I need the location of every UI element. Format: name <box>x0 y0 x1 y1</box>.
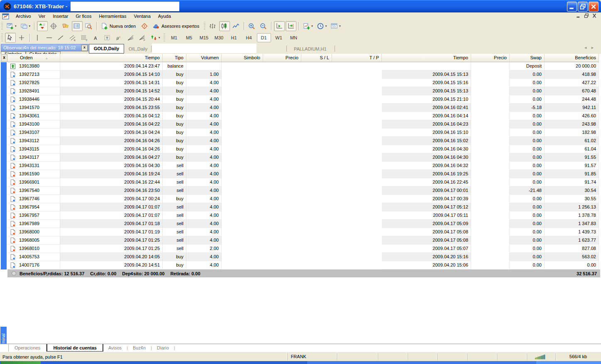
templates-button[interactable]: ▾ <box>329 21 342 31</box>
trend-line-button[interactable] <box>56 33 66 43</box>
menu-insertar[interactable]: Insertar <box>49 13 72 19</box>
history-row[interactable]: 140071762009.04.20 14:51buy4.002009.04.2… <box>7 261 599 269</box>
history-row[interactable]: 140057532009.04.20 14:05buy4.002009.04.2… <box>7 253 599 261</box>
close-button[interactable] <box>589 2 599 12</box>
mdi-close-button[interactable] <box>591 13 598 19</box>
menu-grficos[interactable]: Gr ficos <box>72 13 95 19</box>
scroll-right-icon[interactable]: ► <box>591 46 598 50</box>
periods-button[interactable]: ▾ <box>315 21 329 31</box>
history-row[interactable]: 139431152009.04.16 04:26buy4.002009.04.1… <box>7 145 599 153</box>
toolbar-grip[interactable] <box>164 34 165 42</box>
toolbar-grip[interactable] <box>204 22 205 30</box>
market-watch-title-bar[interactable]: Observaci¢n del mercado: 18:15:02 x <box>1 44 88 51</box>
scroll-left-icon[interactable]: ◄ <box>584 46 591 50</box>
bottom-tab-diario[interactable]: Diario <box>152 344 174 352</box>
indicators-button[interactable]: ▾ <box>301 21 315 31</box>
column-header-6[interactable]: S / L <box>301 54 332 62</box>
column-header-5[interactable]: Precio <box>263 54 301 62</box>
market-watch-tab-ticks[interactable]: Gr fico de ticks <box>26 51 61 54</box>
timeframe-mn[interactable]: MN <box>287 33 301 42</box>
history-row[interactable]: 139431072009.04.16 04:24buy4.002009.04.1… <box>7 129 599 137</box>
toolbar-grip[interactable] <box>1 34 3 42</box>
column-header-7[interactable]: T / P <box>332 54 382 62</box>
fib-fan-button[interactable]: F <box>137 33 148 43</box>
channel-button[interactable]: E <box>67 33 78 43</box>
tab-scroll-arrows[interactable]: ◄► <box>584 46 598 50</box>
history-row[interactable]: 139272132009.04.15 14:10buy1.002009.04.1… <box>7 70 599 79</box>
history-row[interactable]: 139284912009.04.15 14:52buy4.002009.04.1… <box>7 87 599 95</box>
history-row[interactable]: 139431312009.04.16 04:30sell4.002009.04.… <box>7 162 599 170</box>
timeframe-d1[interactable]: D1 <box>257 33 271 42</box>
history-row[interactable]: 139675402009.04.16 23:50sell4.002009.04.… <box>7 187 599 195</box>
bottom-tab-avisos[interactable]: Avisos <box>103 344 127 352</box>
alert-button[interactable]: ! <box>139 21 150 31</box>
column-header-4[interactable]: Simbolo <box>222 54 263 62</box>
toolbar-grip[interactable] <box>1 22 3 30</box>
menu-herramientas[interactable]: Herramientas <box>95 13 130 19</box>
history-row[interactable]: 139679892009.04.17 01:18sell4.002009.04.… <box>7 220 599 228</box>
cursor-button[interactable] <box>5 33 16 43</box>
timeframe-m30[interactable]: M30 <box>212 33 226 42</box>
zoom-out-button[interactable] <box>258 21 269 31</box>
arrows-tool-button[interactable]: ▾ <box>149 33 162 43</box>
mdi-minimize-button[interactable] <box>575 13 582 19</box>
terminal-button[interactable] <box>72 21 83 31</box>
mdi-restore-button[interactable] <box>583 13 590 19</box>
new-order-button[interactable]: Nueva orden <box>99 21 139 31</box>
history-row[interactable]: 139431172009.04.16 04:27buy4.002009.04.1… <box>7 153 599 162</box>
history-row[interactable]: 139278252009.04.15 14:31buy4.002009.04.1… <box>7 79 599 87</box>
column-header-0[interactable]: Orden▲ <box>7 54 60 62</box>
profiles-button[interactable]: ▾ <box>19 21 32 31</box>
chart-line-button[interactable] <box>231 21 242 31</box>
crosshair-button[interactable] <box>17 33 27 43</box>
data-window-button[interactable] <box>49 21 59 31</box>
history-row[interactable]: 139615902009.04.16 19:24sell4.002009.04.… <box>7 170 599 178</box>
menu-ayuda[interactable]: Ayuda <box>154 13 175 19</box>
gann-fan-button[interactable] <box>125 33 136 43</box>
chart-candles-button[interactable] <box>219 21 230 31</box>
column-header-2[interactable]: Tipo <box>163 54 186 62</box>
zoom-in-button[interactable] <box>247 21 257 31</box>
history-row[interactable]: 139384462009.04.15 20:44buy4.002009.04.1… <box>7 95 599 104</box>
history-row[interactable]: 139677462009.04.17 00:24buy4.002009.04.1… <box>7 195 599 203</box>
new-chart-button[interactable]: ▾ <box>5 21 18 31</box>
market-watch-tab-symbols[interactable]: Símbolos <box>1 51 26 54</box>
chart-bars-button[interactable] <box>208 21 218 31</box>
vertical-line-button[interactable] <box>32 33 43 43</box>
panel-close-icon[interactable]: x <box>1 54 7 62</box>
cycle-lines-button[interactable]: μt <box>114 33 125 43</box>
market-watch-button[interactable] <box>37 21 48 31</box>
timeframe-h1[interactable]: H1 <box>227 33 241 42</box>
timeframe-m15[interactable]: M15 <box>197 33 211 42</box>
auto-scroll-button[interactable] <box>274 21 285 31</box>
history-row[interactable]: 139679542009.04.17 01:07sell4.002009.04.… <box>7 203 599 211</box>
bottom-tab-buzn[interactable]: Buz¢n <box>128 344 151 352</box>
column-header-1[interactable]: Tiempo <box>60 54 163 62</box>
history-row[interactable]: 139415702009.04.15 23:55buy4.002009.04.1… <box>7 104 599 112</box>
column-header-9[interactable]: Precio <box>471 54 510 62</box>
minimize-button[interactable] <box>567 2 577 12</box>
column-header-10[interactable]: Swap <box>510 54 545 62</box>
chart-tab-oil[interactable]: OIL,Daily <box>125 45 151 53</box>
timeframe-w1[interactable]: W1 <box>272 33 286 42</box>
history-row[interactable]: 139139802009.04.14 23:47balanceDeposit20… <box>7 62 599 70</box>
timeframe-m5[interactable]: M5 <box>182 33 196 42</box>
bottom-tab-operaciones[interactable]: Operaciones <box>8 344 46 352</box>
history-row[interactable]: 139680102009.04.17 01:25sell2.002009.04.… <box>7 245 599 253</box>
market-watch-close-icon[interactable]: x <box>81 45 88 51</box>
timeframe-h4[interactable]: H4 <box>242 33 256 42</box>
fibonacci-button[interactable]: F <box>79 33 90 43</box>
bottom-tab-historialdecuentas[interactable]: Historial de cuentas <box>46 344 103 352</box>
menu-ver[interactable]: Ver <box>35 13 49 19</box>
restore-button[interactable] <box>578 2 588 12</box>
history-row[interactable]: 139430612009.04.16 04:12buy4.002009.04.1… <box>7 112 599 120</box>
expert-advisors-button[interactable]: Asesores expertos <box>151 21 202 31</box>
timeframe-m1[interactable]: M1 <box>167 33 181 42</box>
column-header-8[interactable]: Tiempo <box>382 54 471 62</box>
menu-archivo[interactable]: Archivo <box>12 13 35 19</box>
history-row[interactable]: 139669012009.04.16 22:44sell4.002009.04.… <box>7 178 599 187</box>
history-row[interactable]: 139680052009.04.17 01:25sell4.002009.04.… <box>7 236 599 245</box>
navigator-button[interactable] <box>60 21 71 31</box>
strategy-tester-button[interactable] <box>83 21 94 31</box>
chart-shift-button[interactable] <box>286 21 296 31</box>
